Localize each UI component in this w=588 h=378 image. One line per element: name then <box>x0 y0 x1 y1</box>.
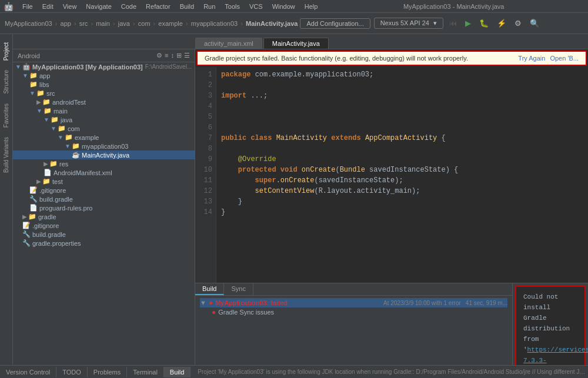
menu-refactor[interactable]: Refactor <box>142 2 175 11</box>
tree-label-libs: libs <box>39 81 49 88</box>
breadcrumb-app[interactable]: app <box>61 20 71 27</box>
tree-item-project-root[interactable]: ▼ 🤖 MyApplication03 [My Application03] F… <box>13 62 195 71</box>
tree-item-example[interactable]: ▼ 📁 example <box>13 133 195 142</box>
breadcrumb-project[interactable]: MyApplication03 <box>5 20 52 27</box>
status-tab-version-control[interactable]: Version Control <box>0 367 56 377</box>
tree-item-proguard[interactable]: 📄 proguard-rules.pro <box>13 203 195 212</box>
error-circle-child-icon: ● <box>212 308 216 316</box>
gradle-icon-root: 🔧 <box>22 230 31 238</box>
folder-icon-com: 📁 <box>58 125 66 132</box>
tree-item-build-gradle-app[interactable]: 🔧 build.gradle <box>13 195 195 203</box>
editor-area: Gradle project sync failed. Basic functi… <box>195 49 588 365</box>
tree-item-gradle-properties[interactable]: 🔧 gradle.properties <box>13 239 195 247</box>
tree-item-myapplication03[interactable]: ▼ 📁 myapplication03 <box>13 142 195 150</box>
breadcrumb-java[interactable]: java <box>118 20 130 27</box>
build-content: ▼ ● MyApplication03: failed At 2023/3/9 … <box>195 296 512 365</box>
tree-item-gitignore-root[interactable]: 📝 .gitignore <box>13 221 195 230</box>
tree-label-src: src <box>46 90 55 97</box>
breadcrumb-main[interactable]: main <box>96 20 110 27</box>
status-tab-problems[interactable]: Problems <box>88 367 127 377</box>
arrow-app: ▼ <box>22 72 28 79</box>
tree-item-app[interactable]: ▼ 📁 app <box>13 71 195 80</box>
breadcrumb-example[interactable]: example <box>158 20 183 27</box>
menu-view[interactable]: View <box>59 2 81 11</box>
folder-icon-gradle: 📁 <box>28 213 36 220</box>
menu-navigate[interactable]: Navigate <box>82 2 115 11</box>
folder-icon-main: 📁 <box>44 107 52 115</box>
run-icon[interactable]: ▶ <box>463 18 473 29</box>
menu-build[interactable]: Build <box>176 2 198 11</box>
breadcrumb-src[interactable]: src <box>79 20 88 27</box>
status-tab-todo[interactable]: TODO <box>56 367 88 377</box>
bottom-panel: Build Sync ▼ ● MyApplication03: failed A… <box>195 283 588 365</box>
breadcrumb-file[interactable]: MainActivity.java <box>246 20 298 27</box>
tab-main-activity-java[interactable]: MainActivity.java <box>263 38 329 49</box>
menu-vcs[interactable]: VCS <box>245 2 267 11</box>
run-back-icon[interactable]: ⏮ <box>447 18 459 29</box>
status-tab-terminal[interactable]: Terminal <box>127 367 164 377</box>
sidebar-expand-icon[interactable]: ⊞ <box>176 52 182 59</box>
tree-item-libs[interactable]: 📁 libs <box>13 80 195 89</box>
breadcrumb-com[interactable]: com <box>138 20 151 27</box>
gradle-distribution-link[interactable]: https://services.gradle.org/distribution… <box>523 346 588 365</box>
sidebar-tree: ▼ 🤖 MyApplication03 [My Application03] F… <box>13 62 195 365</box>
code-line-13: } <box>221 196 583 207</box>
build-tab-build[interactable]: Build <box>195 283 224 295</box>
menu-edit[interactable]: Edit <box>38 2 58 11</box>
menu-window[interactable]: Window <box>268 2 299 11</box>
build-variants-tab[interactable]: Build Variants <box>1 133 11 176</box>
device-selector-button[interactable]: Nexus 5X API 24 ▾ <box>374 18 443 29</box>
sidebar-menu-icon[interactable]: ☰ <box>184 52 190 59</box>
code-editor[interactable]: 1 2 3 4 5 6 7 8 9 10 11 12 13 14 <box>195 67 588 283</box>
try-again-link[interactable]: Try Again <box>518 55 545 62</box>
status-tab-build[interactable]: Build <box>164 367 191 377</box>
chevron-down-icon: ▾ <box>433 19 437 26</box>
java-file-icon: ☕ <box>72 151 80 159</box>
tree-item-main[interactable]: ▼ 📁 main <box>13 106 195 115</box>
project-tab[interactable]: Project <box>1 39 11 64</box>
error-detail-panel-wrapper: Could not install Gradle distribution fr… <box>513 283 588 365</box>
breadcrumb-pkg[interactable]: myapplication03 <box>191 20 238 27</box>
debug-icon[interactable]: 🐛 <box>477 18 491 29</box>
sidebar-filter-icon[interactable]: ≡ <box>165 52 168 59</box>
build-row-child-gradle-sync[interactable]: ● Gradle Sync issues <box>200 307 507 317</box>
tree-item-com[interactable]: ▼ 📁 com <box>13 124 195 133</box>
attach-debug-icon[interactable]: ⚡ <box>495 18 509 29</box>
settings-icon[interactable]: ⚙ <box>512 18 524 29</box>
tree-item-java[interactable]: ▼ 📁 java <box>13 115 195 124</box>
tree-item-src[interactable]: ▼ 📁 src <box>13 89 195 98</box>
tree-item-androidmanifest[interactable]: 📄 AndroidManifest.xml <box>13 168 195 177</box>
menu-bar: 🤖 File Edit View Navigate Code Refactor … <box>0 0 588 13</box>
open-link[interactable]: Open 'B... <box>550 55 579 62</box>
arrow-myapplication03: ▼ <box>65 143 71 149</box>
sidebar-settings-icon[interactable]: ⚙ <box>156 52 162 59</box>
tab-activity-main-xml[interactable]: activity_main.xml <box>195 38 262 49</box>
build-tab-sync[interactable]: Sync <box>224 283 253 295</box>
project-sidebar: Android ⚙ ≡ ↕ ⊞ ☰ ▼ 🤖 MyAppl <box>13 49 195 365</box>
sidebar-title: Android <box>18 52 40 59</box>
add-configuration-button[interactable]: Add Configuration... <box>300 18 370 29</box>
tree-item-mainactivity[interactable]: ☕ MainActivity.java <box>13 150 195 159</box>
menu-run[interactable]: Run <box>199 2 219 11</box>
favorites-tab[interactable]: Favorites <box>1 100 11 131</box>
structure-tab[interactable]: Structure <box>1 66 11 98</box>
folder-icon-java: 📁 <box>51 116 59 123</box>
tree-item-res[interactable]: ▶ 📁 res <box>13 159 195 168</box>
file-icon-proguard: 📄 <box>29 204 38 212</box>
menu-help[interactable]: Help <box>300 2 322 11</box>
tree-item-gitignore-app[interactable]: 📝 .gitignore <box>13 186 195 195</box>
menu-tools[interactable]: Tools <box>220 2 244 11</box>
tree-item-test[interactable]: ▶ 📁 test <box>13 177 195 186</box>
tree-label-main: main <box>54 108 68 115</box>
sidebar-collapse-icon[interactable]: ↕ <box>171 52 175 59</box>
tree-item-gradle-root[interactable]: ▶ 📁 gradle <box>13 212 195 221</box>
search-everywhere-icon[interactable]: 🔍 <box>527 18 542 29</box>
tree-item-build-gradle-root[interactable]: 🔧 build.gradle <box>13 230 195 239</box>
left-panel-tabs: Project Structure Favorites Build Varian… <box>0 34 13 365</box>
menu-code[interactable]: Code <box>117 2 141 11</box>
menu-file[interactable]: File <box>18 2 37 11</box>
build-row-main[interactable]: ▼ ● MyApplication03: failed At 2023/3/9 … <box>200 298 507 307</box>
tree-item-androidtest[interactable]: ▶ 📁 androidTest <box>13 98 195 106</box>
tree-label-androidmanifest: AndroidManifest.xml <box>54 169 112 176</box>
code-content[interactable]: package com.example.myapplication03; imp… <box>216 67 588 283</box>
